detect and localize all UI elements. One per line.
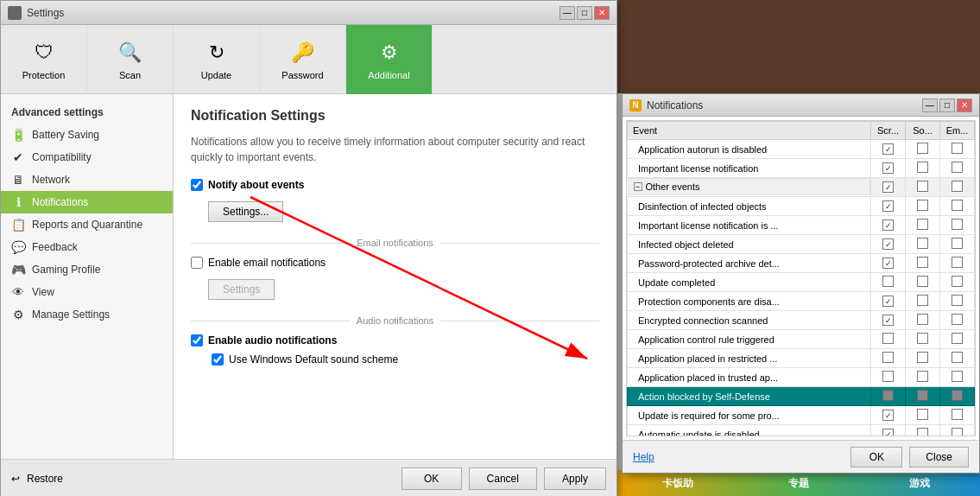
col-scr: Scr... [871, 122, 906, 140]
additional-label: Additional [368, 70, 409, 80]
notifications-window: N Notifications — □ ✕ Event Scr... So...… [622, 93, 980, 474]
scan-icon: 🔍 [117, 39, 144, 67]
maximize-button[interactable]: □ [577, 6, 592, 20]
notif-close-btn[interactable]: Close [909, 447, 969, 467]
notif-ok-button[interactable]: OK [850, 447, 902, 467]
password-label: Password [281, 70, 323, 80]
cancel-button[interactable]: Cancel [469, 467, 537, 490]
toolbar-password[interactable]: 🔑 Password [260, 25, 346, 94]
table-row[interactable]: Important license notification is ... [628, 216, 975, 235]
sidebar-item-notifications[interactable]: ℹ Notifications [1, 191, 173, 213]
table-row[interactable]: Encrypted connection scanned [628, 311, 975, 330]
audio-sep-left [191, 321, 350, 321]
bottom-bar: ↩ Restore OK Cancel Apply [1, 459, 616, 496]
close-button[interactable]: ✕ [594, 6, 610, 20]
settings-button[interactable]: Settings... [208, 201, 283, 222]
title-bar-controls: — □ ✕ [560, 6, 610, 20]
sidebar-item-gaming[interactable]: 🎮 Gaming Profile [1, 258, 173, 281]
windows-sound-checkbox[interactable] [212, 353, 224, 366]
col-event: Event [628, 122, 871, 140]
table-row[interactable]: Password-protected archive det... [628, 254, 975, 273]
network-label: Network [32, 174, 70, 186]
toolbar: 🛡 Protection 🔍 Scan ↻ Update 🔑 Password … [1, 25, 616, 94]
protection-icon: 🛡 [30, 39, 58, 67]
notif-help-label[interactable]: Help [633, 451, 654, 463]
apply-button[interactable]: Apply [544, 467, 606, 490]
panel-description: Notifications allow you to receive timel… [191, 134, 599, 165]
sidebar-item-manage[interactable]: ⚙ Manage Settings [1, 303, 173, 326]
sidebar-item-feedback[interactable]: 💬 Feedback [1, 236, 173, 258]
audio-checkbox[interactable] [191, 334, 203, 347]
protection-label: Protection [22, 70, 66, 80]
restore-label[interactable]: Restore [27, 473, 63, 485]
password-icon: 🔑 [289, 39, 317, 67]
col-so: So... [906, 122, 940, 140]
scan-label: Scan [119, 70, 141, 80]
strip-item-3: 游戏 [859, 476, 980, 491]
sidebar-item-reports[interactable]: 📋 Reports and Quarantine [1, 213, 173, 236]
notif-minimize-button[interactable]: — [922, 99, 938, 112]
sidebar-item-network[interactable]: 🖥 Network [1, 169, 173, 191]
audio-sep-right [440, 321, 599, 321]
notify-checkbox[interactable] [191, 179, 203, 191]
sidebar-item-battery[interactable]: 🔋 Battery Saving [1, 124, 173, 146]
table-row[interactable]: Update is required for some pro... [628, 406, 975, 425]
windows-sound-row: Use Windows Default sound scheme [212, 353, 599, 366]
compatibility-icon: ✔ [11, 150, 25, 164]
main-panel: Notification Settings Notifications allo… [174, 94, 616, 459]
bottom-strip: 卡饭助 专题 游戏 [617, 470, 980, 496]
table-row[interactable]: Application placed in trusted ap... [628, 368, 975, 387]
notif-bottom: Help OK Close [623, 440, 979, 473]
reports-label: Reports and Quarantine [32, 219, 142, 231]
table-row[interactable]: Action blocked by Self-Defense [628, 387, 975, 406]
view-label: View [32, 286, 54, 298]
audio-section-label: Audio notifications [350, 315, 440, 326]
table-row[interactable]: Application autorun is disabled [628, 140, 975, 159]
toolbar-protection[interactable]: 🛡 Protection [1, 25, 87, 94]
table-row[interactable]: Update completed [628, 273, 975, 292]
ok-button[interactable]: OK [401, 467, 462, 490]
table-row[interactable]: Application control rule triggered [628, 330, 975, 349]
toolbar-update[interactable]: ↻ Update [174, 25, 260, 94]
table-row[interactable]: −Other events [628, 178, 975, 197]
table-row[interactable]: Protection components are disa... [628, 292, 975, 311]
table-header-row: Event Scr... So... Em... [628, 122, 975, 140]
table-row[interactable]: Important license notification [628, 159, 975, 178]
table-row[interactable]: Application placed in restricted ... [628, 349, 975, 368]
notif-close-button[interactable]: ✕ [957, 99, 972, 112]
strip-item-1: 卡饭助 [617, 476, 738, 491]
notif-table: Event Scr... So... Em... Application aut… [627, 121, 975, 436]
sidebar-item-view[interactable]: 👁 View [1, 281, 173, 303]
notifications-icon: ℹ [11, 195, 25, 209]
notif-title-left: N Notifications [629, 99, 703, 111]
gaming-icon: 🎮 [11, 263, 25, 277]
notify-check-row: Notify about events [191, 179, 599, 191]
feedback-icon: 💬 [11, 240, 25, 254]
toolbar-scan[interactable]: 🔍 Scan [87, 25, 174, 94]
view-icon: 👁 [11, 285, 25, 299]
notifications-label: Notifications [32, 196, 88, 208]
window-title: Settings [27, 7, 64, 19]
sidebar: Advanced settings 🔋 Battery Saving ✔ Com… [1, 94, 174, 459]
battery-label: Battery Saving [32, 129, 99, 141]
email-settings-button[interactable]: Settings [208, 279, 275, 300]
notif-window-icon: N [629, 99, 642, 111]
battery-icon: 🔋 [11, 128, 25, 142]
background-image [617, 0, 980, 93]
sidebar-item-compatibility[interactable]: ✔ Compatibility [1, 146, 173, 169]
minimize-button[interactable]: — [560, 6, 575, 20]
toolbar-additional[interactable]: ⚙ Additional [346, 25, 433, 94]
sep-line-right [440, 243, 599, 244]
table-row[interactable]: Automatic update is disabled [628, 425, 975, 437]
notif-maximize-button[interactable]: □ [939, 99, 955, 112]
email-section-separator: Email notifications [191, 238, 599, 248]
bottom-left: ↩ Restore [11, 473, 395, 485]
restore-icon: ↩ [11, 473, 20, 485]
audio-label: Enable audio notifications [208, 334, 337, 347]
email-checkbox[interactable] [191, 257, 203, 269]
table-row[interactable]: Disinfection of infected objects [628, 197, 975, 216]
network-icon: 🖥 [11, 173, 25, 187]
email-section-label: Email notifications [350, 238, 440, 248]
email-label: Enable email notifications [208, 257, 326, 269]
table-row[interactable]: Infected object deleted [628, 235, 975, 254]
